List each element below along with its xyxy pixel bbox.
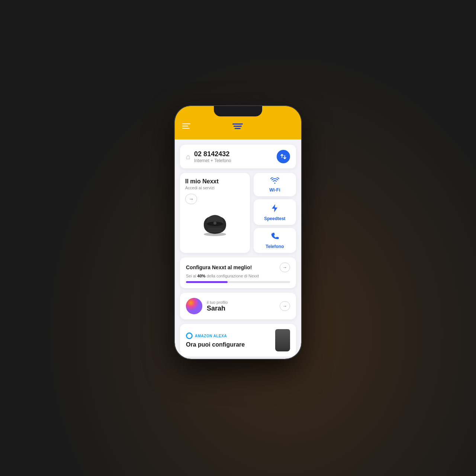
phone-frame: ⌂ 02 8142432 Internet + Telefono	[175, 106, 301, 359]
nexxt-subtitle: Accedi ai servizi	[185, 186, 245, 190]
menu-button[interactable]	[182, 123, 190, 129]
account-info: ⌂ 02 8142432 Internet + Telefono	[186, 150, 231, 163]
wifi-label: Wi-Fi	[269, 187, 280, 193]
progress-fill	[186, 281, 228, 283]
alexa-title: Ora puoi configurare	[186, 341, 275, 348]
nexxt-title: Il mio Nexxt	[185, 178, 245, 185]
config-title: Configura Nexxt al meglio!	[186, 264, 252, 270]
profile-left: il tuo profilo Sarah	[186, 298, 228, 314]
config-percent: 40%	[197, 274, 206, 278]
profile-arrow-button[interactable]: →	[280, 301, 290, 311]
bolt-icon	[271, 204, 278, 215]
wifi-icon	[270, 177, 279, 186]
logo-stripe-1	[232, 123, 243, 125]
switch-account-button[interactable]	[277, 150, 290, 163]
alexa-brand: AMAZON ALEXA	[186, 332, 275, 339]
app-logo	[232, 123, 243, 129]
telefono-action-card[interactable]: Telefono	[254, 228, 296, 253]
progress-bar	[186, 281, 290, 283]
echo-device-image	[275, 329, 290, 351]
nexxt-card: Il mio Nexxt Accedi ai servizi →	[180, 173, 250, 253]
profile-label: il tuo profilo	[207, 300, 228, 305]
alexa-left: AMAZON ALEXA Ora puoi configurare	[186, 332, 275, 348]
account-plan: Internet + Telefono	[194, 158, 231, 163]
nexxt-arrow-button[interactable]: →	[185, 194, 197, 204]
svg-point-6	[186, 298, 202, 314]
avatar	[186, 298, 202, 314]
switch-icon	[280, 153, 287, 160]
config-subtitle: Sei al 40% della configurazione di Nexxt	[186, 274, 290, 278]
quick-actions: Wi-Fi Speedtest	[254, 173, 296, 253]
config-sub-suffix: della configurazione di Nexxt	[206, 274, 259, 278]
screen: ⌂ 02 8142432 Internet + Telefono	[175, 106, 301, 359]
config-sub-prefix: Sei al	[186, 274, 197, 278]
alexa-brand-label: AMAZON ALEXA	[195, 334, 227, 338]
svg-point-2	[213, 222, 216, 225]
speedtest-label: Speedtest	[264, 216, 285, 221]
account-card: ⌂ 02 8142432 Internet + Telefono	[180, 145, 296, 168]
account-number: 02 8142432	[194, 150, 231, 158]
speedtest-action-card[interactable]: Speedtest	[254, 199, 296, 225]
account-details: 02 8142432 Internet + Telefono	[194, 150, 231, 163]
content-area: ⌂ 02 8142432 Internet + Telefono	[175, 139, 301, 359]
router-image	[198, 207, 232, 237]
profile-info: il tuo profilo Sarah	[207, 300, 228, 312]
services-row: Il mio Nexxt Accedi ai servizi →	[180, 173, 296, 253]
config-header: Configura Nexxt al meglio! →	[186, 263, 290, 272]
avatar-image	[186, 298, 202, 314]
logo-stripe-3	[235, 128, 241, 129]
alexa-ring-icon	[186, 332, 193, 339]
right-arrow-icon: →	[189, 196, 194, 202]
notch	[214, 106, 262, 116]
router-svg	[200, 209, 230, 237]
logo-stripe-2	[234, 126, 242, 127]
phone-icon	[271, 232, 279, 242]
config-card: Configura Nexxt al meglio! → Sei al 40% …	[180, 257, 296, 288]
home-icon: ⌂	[186, 152, 190, 161]
profile-name: Sarah	[207, 305, 228, 312]
config-arrow-button[interactable]: →	[280, 263, 290, 272]
wifi-action-card[interactable]: Wi-Fi	[254, 173, 296, 196]
telefono-label: Telefono	[266, 244, 284, 249]
profile-card[interactable]: il tuo profilo Sarah →	[180, 293, 296, 319]
alexa-card[interactable]: AMAZON ALEXA Ora puoi configurare	[180, 324, 296, 357]
